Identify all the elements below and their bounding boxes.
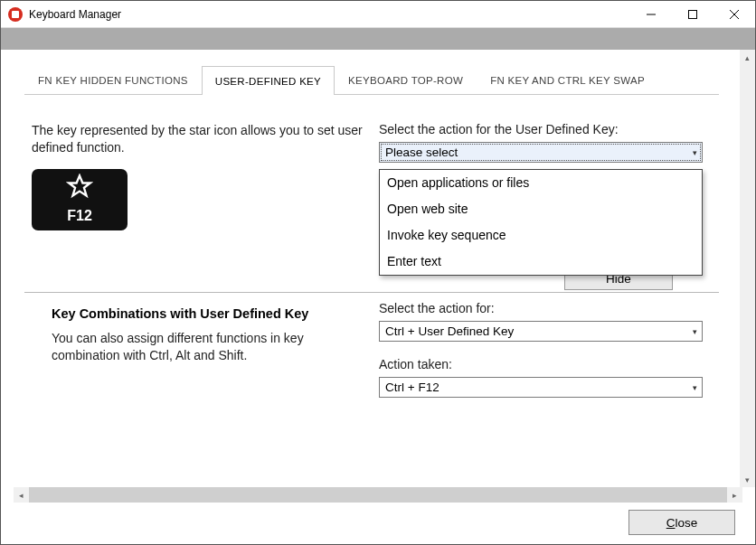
- action-select-1[interactable]: Please select ▾: [379, 142, 703, 163]
- chevron-down-icon: ▾: [693, 383, 697, 392]
- chevron-down-icon: ▾: [693, 327, 697, 336]
- tab-label: KEYBOARD TOP-ROW: [348, 75, 463, 86]
- tab-label: FN KEY AND CTRL KEY SWAP: [490, 75, 645, 86]
- select-value: Please select: [385, 146, 458, 159]
- dropdown-item[interactable]: Enter text: [380, 249, 702, 275]
- dropdown-item[interactable]: Open web site: [380, 196, 702, 222]
- svg-marker-5: [69, 175, 90, 195]
- chevron-down-icon: ▾: [693, 148, 697, 157]
- vertical-scrollbar[interactable]: ▴ ▾: [740, 50, 755, 487]
- close-button[interactable]: Close: [628, 510, 735, 535]
- tab-label: FN KEY HIDDEN FUNCTIONS: [38, 75, 188, 86]
- maximize-button[interactable]: [672, 1, 713, 28]
- select-value: Ctrl + User Defined Key: [385, 324, 514, 338]
- key-tile-label: F12: [67, 206, 92, 226]
- field-2: Select the action for: Ctrl + User Defin…: [379, 301, 703, 342]
- key-tile: F12: [32, 169, 128, 230]
- tab-fn-hidden[interactable]: FN KEY HIDDEN FUNCTIONS: [24, 65, 202, 94]
- minimize-button[interactable]: [630, 1, 672, 28]
- action-select-2[interactable]: Ctrl + User Defined Key ▾: [379, 321, 703, 342]
- dropdown-item[interactable]: Invoke key sequence: [380, 222, 702, 249]
- footer: Close: [628, 510, 735, 535]
- svg-rect-2: [689, 10, 697, 18]
- action-select-1-dropdown: Open applications or files Open web site…: [379, 169, 703, 276]
- scroll-up-icon[interactable]: ▴: [740, 50, 755, 65]
- scroll-thumb[interactable]: [29, 487, 727, 503]
- select-value: Ctrl + F12: [385, 381, 439, 394]
- tab-label: USER-DEFINED KEY: [215, 76, 321, 87]
- field-3: Action taken: Ctrl + F12 ▾: [379, 357, 703, 398]
- right-column: Select the action for the User Defined K…: [379, 122, 719, 163]
- dropdown-item[interactable]: Open applications or files: [380, 170, 702, 196]
- svg-rect-0: [12, 11, 19, 18]
- action-label-1: Select the action for the User Defined K…: [379, 122, 719, 136]
- app-icon: [8, 7, 23, 22]
- tab-top-row[interactable]: KEYBOARD TOP-ROW: [335, 65, 477, 94]
- tab-fn-ctrl-swap[interactable]: FN KEY AND CTRL KEY SWAP: [477, 65, 658, 94]
- tabs-row: FN KEY HIDDEN FUNCTIONS USER-DEFINED KEY…: [24, 66, 719, 95]
- horizontal-scrollbar[interactable]: ◂ ▸: [14, 487, 742, 503]
- toolbar-strip: [1, 28, 755, 50]
- window: Keyboard Manager FN KEY HIDDEN FUNCTIONS…: [0, 0, 756, 545]
- window-title: Keyboard Manager: [29, 8, 121, 21]
- scroll-right-icon[interactable]: ▸: [727, 487, 742, 503]
- combos-text: You can also assign different functions …: [52, 330, 359, 364]
- action-select-3[interactable]: Ctrl + F12 ▾: [379, 377, 703, 398]
- intro-text: The key represented by the star icon all…: [32, 122, 366, 230]
- tab-user-defined[interactable]: USER-DEFINED KEY: [202, 66, 335, 95]
- intro-text-content: The key represented by the star icon all…: [32, 123, 363, 155]
- divider: [24, 292, 719, 293]
- combos-heading: Key Combinations with User Defined Key: [52, 306, 308, 321]
- close-window-button[interactable]: [713, 1, 755, 28]
- content-area: FN KEY HIDDEN FUNCTIONS USER-DEFINED KEY…: [1, 50, 755, 544]
- action-label-2: Select the action for:: [379, 301, 703, 315]
- scroll-left-icon[interactable]: ◂: [14, 487, 29, 503]
- scroll-down-icon[interactable]: ▾: [740, 472, 755, 487]
- star-icon: [66, 174, 93, 203]
- titlebar: Keyboard Manager: [1, 1, 755, 28]
- action-label-3: Action taken:: [379, 357, 703, 371]
- close-rest: lose: [675, 516, 697, 530]
